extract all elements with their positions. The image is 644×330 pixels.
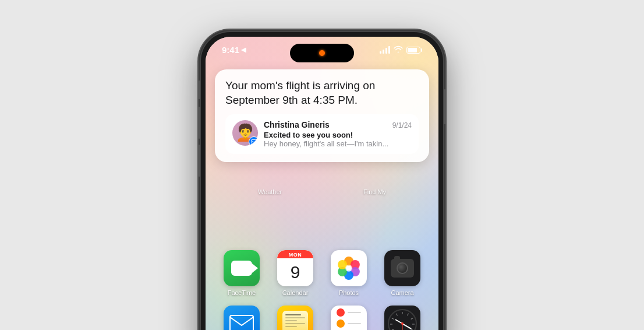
facetime-label: FaceTime [228,289,256,296]
calendar-header: MON [277,250,313,258]
mute-button[interactable] [198,80,200,99]
wifi-icon [394,45,403,54]
signal-icon [380,46,390,54]
widget-labels: Weather Find My [206,188,438,195]
avatar: 🧑‍🦱 [232,120,258,146]
volume-up-button[interactable] [198,107,200,139]
mail-badge [249,136,258,146]
status-icons [380,45,422,54]
camera-icon [384,250,420,286]
battery-icon [406,47,422,54]
contact-name: Christina Gineris [264,120,330,129]
app-item-camera[interactable]: Camera [378,250,427,296]
notes-icon [277,306,313,330]
app-item-facetime[interactable]: FaceTime [217,250,266,296]
notification-card[interactable]: Your mom's flight is arriving on Septemb… [215,69,429,162]
photos-label: Photos [339,289,359,296]
phone-screen: 9:41 ◀ [206,37,438,330]
camera-dot [319,50,325,56]
message-content: Christina Gineris 9/1/24 Excited to see … [264,120,412,148]
svg-rect-8 [230,315,253,330]
message-date: 9/1/24 [392,121,412,129]
app-item-notes[interactable]: Notes [271,306,320,330]
calendar-label: Calendar [282,289,309,296]
svg-point-7 [345,265,352,272]
findmy-widget-label: Find My [363,188,386,195]
calendar-icon: MON 9 [277,250,313,286]
photos-icon [331,250,367,286]
app-item-mail[interactable]: Mail [217,306,266,330]
dynamic-island [290,44,354,62]
camera-label: Camera [391,289,413,296]
clock-icon [384,306,420,330]
message-subject: Excited to see you soon! [264,131,412,139]
facetime-icon [224,250,260,286]
phone-wrapper: 9:41 ◀ [200,31,444,330]
phone-frame: 9:41 ◀ [200,31,444,330]
mail-icon [224,306,260,330]
calendar-day: 9 [277,258,313,286]
app-item-clock[interactable]: Clock [378,306,427,330]
volume-down-button[interactable] [198,145,200,177]
siri-text: Your mom's flight is arriving on Septemb… [225,79,419,107]
app-item-reminders[interactable]: Reminders [324,306,373,330]
app-grid: FaceTime MON 9 Calendar [206,250,438,330]
weather-widget-label: Weather [258,188,282,195]
reminders-icon [331,306,367,330]
message-body: Hey honey, flight's all set—I'm takin... [264,139,412,148]
app-item-calendar[interactable]: MON 9 Calendar [271,250,320,296]
app-item-photos[interactable]: Photos [324,250,373,296]
svg-rect-0 [252,140,257,144]
message-header: Christina Gineris 9/1/24 [264,120,412,129]
message-preview[interactable]: 🧑‍🦱 Christina Gineris 9/1/24 [225,114,419,154]
power-button[interactable] [444,89,446,124]
time-display: 9:41 [222,45,239,55]
location-arrow-icon: ◀ [241,46,246,54]
status-time-group: 9:41 ◀ [222,45,246,55]
